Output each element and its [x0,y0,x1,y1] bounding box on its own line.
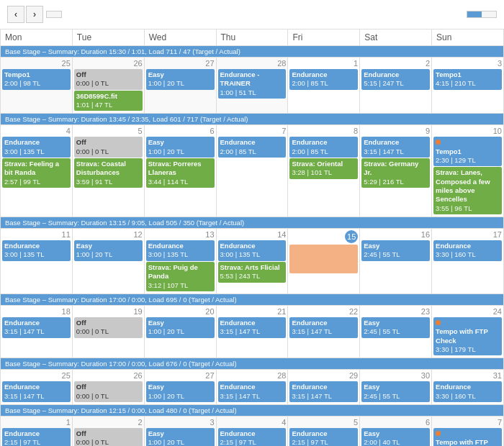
calendar-day[interactable]: 1Endurance2:00 | 85 TL [288,58,360,114]
calendar-event[interactable]: Endurance3:30 | 160 TL [433,240,502,261]
calendar-event[interactable]: Endurance3:00 | 135 TL [2,240,71,261]
calendar-day[interactable]: 18Endurance3:15 | 147 TL [1,305,73,358]
calendar-event[interactable]: Strava: Porreres Llaneras3:44 | 114 TL [146,158,215,188]
calendar-event[interactable]: Endurance3:15 | 147 TL [2,381,71,402]
calendar-event[interactable]: Off0:00 | 0 TL [74,317,143,338]
calendar-event[interactable]: Easy1:00 | 20 TL [146,317,215,338]
calendar-day[interactable]: 31Endurance3:30 | 160 TL [432,370,504,405]
calendar-event[interactable]: Easy1:00 | 20 TL [74,240,143,261]
calendar-event[interactable]: Tempo with FTP Check2:30 | 129 TL [433,428,502,446]
calendar-event[interactable]: Endurance3:15 | 147 TL [218,381,287,402]
calendar-event[interactable]: Endurance2:00 | 85 TL [218,137,287,158]
calendar-day[interactable]: 4Endurance2:15 | 97 TL [216,416,288,446]
calendar-day[interactable]: 11Endurance3:00 | 135 TL [1,229,73,294]
calendar-day[interactable]: 20Easy1:00 | 20 TL [144,305,216,358]
calendar-event[interactable]: Easy1:00 | 20 TL [146,137,215,158]
calendar-day[interactable]: 15 [288,229,360,294]
calendar-day[interactable]: 21Endurance3:15 | 147 TL [216,305,288,358]
calendar-day[interactable]: 26Off0:00 | 0 TL [72,370,144,405]
calendar-event[interactable]: Easy2:45 | 55 TL [361,317,430,338]
calendar-event[interactable]: Easy1:00 | 20 TL [146,69,215,90]
week-view-button[interactable] [482,12,496,17]
calendar-event[interactable]: Endurance3:15 | 147 TL [218,317,287,338]
calendar-event[interactable]: Endurance3:15 | 147 TL [2,317,71,338]
calendar-event[interactable]: Tempo14:15 | 210 TL [433,69,502,90]
calendar-event[interactable]: Strava: Coastal Disturbances3:59 | 91 TL [74,158,143,188]
calendar-day[interactable]: 6Easy2:00 | 40 TL [360,416,432,446]
calendar-event[interactable]: Easy1:00 | 20 TL [146,428,215,446]
calendar-day[interactable]: 28Endurance - TRAINER1:00 | 51 TL [216,58,288,114]
calendar-event[interactable]: Easy2:45 | 55 TL [361,240,430,261]
calendar-day[interactable]: 9Endurance3:15 | 147 TLStrava: Germany J… [360,125,432,217]
calendar-event[interactable]: Endurance3:30 | 160 TL [433,381,502,402]
calendar-day[interactable]: 14Endurance3:00 | 135 TLStrava: Arts Fli… [216,229,288,294]
calendar-event[interactable]: Strava: Germany Jr.5:29 | 216 TL [361,158,430,188]
calendar-day[interactable]: 8Endurance2:00 | 85 TLStrava: Oriental3:… [288,125,360,217]
calendar-event[interactable]: Endurance3:15 | 147 TL [289,317,358,338]
calendar-day[interactable]: 24Tempo with FTP Check3:30 | 179 TL [432,305,504,358]
calendar-event[interactable]: Endurance3:15 | 147 TL [289,381,358,402]
calendar-day[interactable]: 1Endurance2:15 | 97 TL [1,416,73,446]
calendar-event[interactable]: Endurance2:15 | 97 TL [289,428,358,446]
calendar-day[interactable]: 4Endurance3:00 | 135 TLStrava: Feeling a… [1,125,73,217]
calendar-event[interactable]: Endurance - TRAINER1:00 | 51 TL [218,69,287,99]
calendar-event[interactable]: Endurance3:15 | 147 TL [361,137,430,158]
calendar-event[interactable]: Endurance2:15 | 97 TL [2,428,71,446]
calendar-event[interactable]: Endurance3:00 | 135 TL [218,240,287,261]
calendar-day[interactable]: 17Endurance3:30 | 160 TL [432,229,504,294]
calendar-event[interactable]: Endurance2:15 | 97 TL [218,428,287,446]
calendar-day[interactable]: 30Easy2:45 | 55 TL [360,370,432,405]
calendar-day[interactable]: 22Endurance3:15 | 147 TL [288,305,360,358]
calendar-event[interactable]: Endurance3:00 | 135 TL [2,137,71,158]
calendar-day[interactable]: 5Endurance2:15 | 97 TL [288,416,360,446]
calendar-day[interactable]: 27Easy1:00 | 20 TL [144,370,216,405]
calendar-day[interactable]: 23Easy2:45 | 55 TL [360,305,432,358]
calendar-event[interactable]: Tempo12:30 | 129 TL [433,137,502,166]
calendar-event[interactable]: Endurance3:00 | 135 TL [146,240,215,261]
prev-button[interactable]: ‹ [7,6,24,23]
calendar-day[interactable]: 25Tempo12:00 | 98 TL [1,58,73,114]
calendar-event[interactable]: Strava: Feeling a bit Randa2:57 | 99 TL [2,158,71,188]
today-button[interactable] [46,11,62,18]
calendar-day[interactable]: 10Tempo12:30 | 129 TLStrava: Lanes, Comp… [432,125,504,217]
calendar-day[interactable]: 16Easy2:45 | 55 TL [360,229,432,294]
calendar-event[interactable]: 36D8599C.fit1:01 | 47 TL [74,91,143,112]
calendar-event[interactable]: Strava: Oriental3:28 | 101 TL [289,158,358,179]
calendar-event[interactable]: Off0:00 | 0 TL [74,381,143,402]
calendar-event[interactable]: Endurance5:15 | 247 TL [361,69,430,90]
month-view-button[interactable] [467,12,482,17]
calendar-day[interactable]: 12Easy1:00 | 20 TL [72,229,144,294]
calendar-day[interactable]: 13Endurance3:00 | 135 TLStrava: Puig de … [144,229,216,294]
calendar-event[interactable]: Easy2:45 | 55 TL [361,381,430,402]
calendar-day[interactable]: 3Tempo14:15 | 210 TL [432,58,504,114]
calendar-event[interactable]: Off0:00 | 0 TL [74,137,143,158]
event-text: 3:00 | 135 TL [148,250,212,259]
calendar-day[interactable]: 3Easy1:00 | 20 TL [144,416,216,446]
calendar-event[interactable]: Off0:00 | 0 TL [74,428,143,446]
calendar-event[interactable]: Strava: Lanes, Composed a few miles abov… [433,167,502,214]
calendar-day[interactable]: 2Endurance5:15 | 247 TL [360,58,432,114]
calendar-event[interactable]: Easy1:00 | 20 TL [146,381,215,402]
calendar-event[interactable]: Strava: Puig de Panda3:12 | 107 TL [146,262,215,291]
calendar-day[interactable]: 28Endurance3:15 | 147 TL [216,370,288,405]
calendar-event[interactable]: Endurance2:00 | 85 TL [289,69,358,90]
calendar-day[interactable]: 7Endurance2:00 | 85 TL [216,125,288,217]
calendar-day[interactable]: 29Endurance3:15 | 147 TL [288,370,360,405]
event-text: 3:55 | 96 TL [436,204,500,213]
calendar-day[interactable]: 7Tempo with FTP Check2:30 | 129 TL [432,416,504,446]
calendar-day[interactable]: 5Off0:00 | 0 TLStrava: Coastal Disturban… [72,125,144,217]
calendar-day[interactable]: 2Off0:00 | 0 TL [72,416,144,446]
calendar-event[interactable]: Endurance2:00 | 85 TL [289,137,358,158]
calendar-event[interactable]: Strava: Arts Flicial5:53 | 243 TL [218,262,287,283]
calendar-day[interactable]: 6Easy1:00 | 20 TLStrava: Porreres Llaner… [144,125,216,217]
calendar-day[interactable]: 26Off0:00 | 0 TL36D8599C.fit1:01 | 47 TL [72,58,144,114]
calendar-day[interactable]: 19Off0:00 | 0 TL [72,305,144,358]
calendar-day[interactable]: 25Endurance3:15 | 147 TL [1,370,73,405]
event-text: Off [76,383,140,391]
calendar-event[interactable]: Easy2:00 | 40 TL [361,428,430,446]
calendar-event[interactable]: Tempo with FTP Check3:30 | 179 TL [433,317,502,355]
calendar-event[interactable]: Off0:00 | 0 TL [74,69,143,90]
calendar-event[interactable]: Tempo12:00 | 98 TL [2,69,71,90]
next-button[interactable]: › [26,6,43,23]
calendar-day[interactable]: 27Easy1:00 | 20 TL [144,58,216,114]
